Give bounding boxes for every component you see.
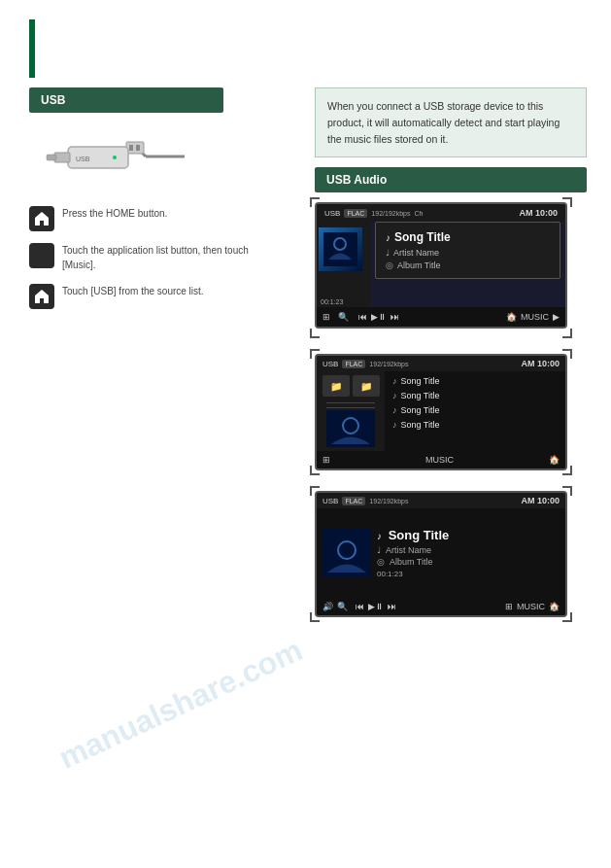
- home-icon-1: [29, 206, 54, 231]
- svg-rect-7: [47, 155, 56, 160]
- song-title-1: Song Title: [401, 376, 440, 386]
- usb-audio-header: USB Audio: [315, 167, 587, 192]
- info-box: When you connect a USB storage device to…: [315, 87, 587, 157]
- screen3-usb-label: USB: [322, 497, 338, 505]
- step-1: Press the HOME button.: [29, 206, 272, 231]
- screen1-format: FLAC: [344, 209, 367, 218]
- screen3-grid-icon: ⊞: [505, 602, 513, 611]
- screen3-prev-icon: ⏮: [356, 602, 364, 611]
- screen3-topbar: USB FLAC 192/192kbps AM 10:00: [317, 493, 565, 508]
- popup-artist: ♩ Artist Name: [386, 248, 550, 258]
- screen3-search-icon: 🔍: [337, 602, 348, 611]
- source-icon: ▶: [553, 312, 560, 322]
- page-container: USB USB: [0, 0, 611, 868]
- screen2-topbar: USB FLAC 192/192kbps AM 10:00: [317, 356, 565, 371]
- screen3-info: ♪ Song Title ♩ Artist Name ◎ Album Title: [371, 528, 560, 578]
- screen-1-section: USB FLAC 192/192kbps Ch AM 10:00: [315, 202, 587, 336]
- music-note-1: ♪: [392, 376, 397, 386]
- screen2-home-icon: 🏠: [549, 455, 560, 465]
- screen2-content: 📁 📁: [317, 371, 565, 451]
- screen-3-section: USB FLAC 192/192kbps AM 10:00: [315, 491, 587, 620]
- list-line-1: [326, 402, 375, 403]
- home-nav-icon: 🏠: [506, 312, 517, 322]
- screen2-usb-label: USB: [322, 360, 338, 368]
- watermark: manualshare.com: [53, 632, 308, 777]
- folder-icon-2: 📁: [353, 375, 380, 397]
- home-icon-2: [29, 284, 54, 309]
- usb-image-container: USB: [39, 127, 272, 198]
- screen3-song-title: ♪ Song Title: [377, 528, 560, 542]
- screen1-bottombar: ⊞ 🔍 ⏮ ▶⏸ ⏭ 🏠 MUSIC ▶: [317, 307, 565, 327]
- screen3-topbar-left: USB FLAC 192/192kbps: [322, 497, 408, 505]
- popup-album: ◎ Album Title: [386, 260, 550, 270]
- screen3-format: FLAC: [342, 497, 365, 505]
- screen2-artwork-svg: [326, 410, 375, 447]
- grid-icon: [29, 243, 54, 268]
- step-3: Touch [USB] from the source list.: [29, 284, 272, 309]
- screen1-nav-right: 🏠 MUSIC ▶: [506, 312, 560, 322]
- song-title-3: Song Title: [401, 405, 440, 415]
- usb-section-header: USB: [29, 87, 223, 113]
- popup-song-text: Song Title: [394, 230, 451, 244]
- screen1-topbar: USB FLAC 192/192kbps Ch AM 10:00: [317, 204, 565, 222]
- search-icon: 🔍: [338, 312, 349, 322]
- screen2-song-list: ♪ Song Title ♪ Song Title ♪ Song Title: [385, 371, 565, 451]
- usb-device-illustration: USB: [39, 127, 214, 195]
- screen1-artwork: [319, 227, 362, 271]
- screen1-usb-label: USB: [324, 209, 340, 218]
- screen2-artwork: [326, 410, 375, 447]
- screen-2: USB FLAC 192/192kbps AM 10:00 📁: [315, 354, 567, 470]
- screen1-topbar-left: USB FLAC 192/192kbps Ch: [324, 209, 423, 218]
- popup-song-title: ♪ Song Title: [386, 230, 550, 244]
- screen2-nav-left: ⊞: [322, 455, 330, 465]
- svg-point-8: [113, 156, 117, 159]
- popup-album-text: Album Title: [397, 260, 441, 270]
- list-line-2: [326, 407, 375, 408]
- screen-1: USB FLAC 192/192kbps Ch AM 10:00: [315, 202, 567, 329]
- left-column: USB USB: [29, 87, 272, 321]
- svg-rect-6: [54, 153, 70, 162]
- music-note-4: ♪: [392, 420, 397, 430]
- step-2-text: Touch the application list button, then …: [62, 243, 272, 272]
- song-item-2: ♪ Song Title: [390, 390, 560, 401]
- screen3-artist: ♩ Artist Name: [377, 545, 560, 555]
- screen1-topbar-right: AM 10:00: [519, 208, 558, 218]
- svg-text:USB: USB: [76, 156, 90, 162]
- usb-header-label: USB: [41, 93, 65, 107]
- folder-icons: 📁 📁: [322, 375, 380, 397]
- music-note-3: ♪: [392, 405, 397, 415]
- screen3-nav-right: ⊞ MUSIC 🏠: [505, 602, 560, 611]
- screen3-content: ♪ Song Title ♩ Artist Name ◎ Album Title: [317, 508, 565, 598]
- screen2-left-panel: 📁 📁: [317, 371, 385, 451]
- screen3-music-label: MUSIC: [517, 602, 545, 611]
- artwork-svg: [323, 232, 357, 266]
- song-title-2: Song Title: [401, 391, 440, 400]
- popup-artist-text: Artist Name: [393, 248, 439, 258]
- screen2-topbar-left: USB FLAC 192/192kbps: [322, 360, 408, 368]
- song-item-3: ♪ Song Title: [390, 404, 560, 416]
- screen2-bitrate: 192/192kbps: [369, 361, 408, 367]
- screen1-bitrate: 192/192kbps: [371, 210, 410, 217]
- screen2-music-label: MUSIC: [425, 455, 454, 465]
- corner-bl-1: [310, 329, 320, 338]
- screen3-bottombar: 🔊 🔍 ⏮ ▶⏸ ⏭ ⊞ MUSIC 🏠: [317, 598, 565, 615]
- next-icon: ⏭: [390, 312, 399, 322]
- screen3-album: ◎ Album Title: [377, 557, 560, 567]
- music-note-2: ♪: [392, 391, 397, 400]
- corner-br-1: [562, 329, 572, 338]
- screen2-bottombar: ⊞ MUSIC 🏠: [317, 451, 565, 469]
- info-text: When you connect a USB storage device to…: [327, 100, 560, 145]
- usb-audio-label: USB Audio: [326, 173, 387, 187]
- step-3-text: Touch [USB] from the source list.: [62, 284, 204, 298]
- screen1-popup: ♪ Song Title ♩ Artist Name ◎ Album Title: [375, 222, 560, 279]
- svg-rect-4: [136, 145, 140, 151]
- step-1-text: Press the HOME button.: [62, 206, 167, 221]
- prev-icon: ⏮: [358, 312, 367, 322]
- play-pause-icon: ▶⏸: [371, 312, 387, 322]
- right-column: When you connect a USB storage device to…: [315, 87, 587, 638]
- screen3-art-container: [322, 529, 371, 577]
- screen3-controls: 🔊 🔍 ⏮ ▶⏸ ⏭: [322, 602, 396, 611]
- music-label: MUSIC: [521, 312, 549, 322]
- screen1-controls: ⊞ 🔍 ⏮ ▶⏸ ⏭: [322, 312, 399, 322]
- screen2-nav-right: 🏠: [549, 455, 560, 465]
